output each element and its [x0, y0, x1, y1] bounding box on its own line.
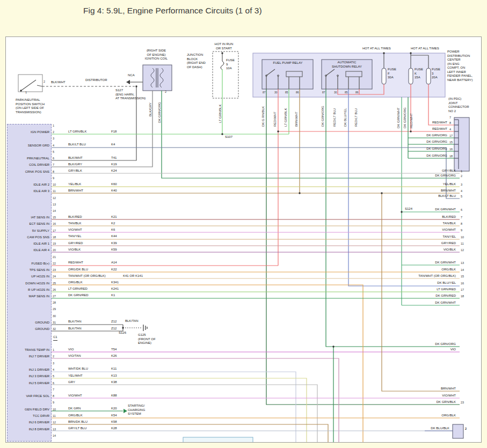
- wire-label: TAN/YEL: [68, 234, 82, 239]
- wire-label: LT GRN/RED: [68, 287, 88, 291]
- right-pin-number: 2: [461, 174, 462, 179]
- relay-pin-number: 86: [296, 91, 299, 94]
- right-pin-number: 10: [461, 236, 464, 240]
- right-pin-number: 4: [461, 189, 462, 194]
- wire-label: WHT/DK BLU: [68, 367, 88, 371]
- wire: [21, 80, 36, 91]
- pin-number: 9: [53, 401, 54, 405]
- pin-number: 24: [53, 275, 56, 279]
- right-pin-number: 13: [461, 261, 464, 266]
- circuit-code: F18: [111, 130, 117, 134]
- pin-number: 6: [53, 381, 54, 386]
- circuit-code: K38: [111, 380, 117, 385]
- page: { "title": "Fig 4: 5.9L, Engine Performa…: [0, 0, 487, 448]
- right-wire-label: DK GRN/ORG: [367, 140, 447, 144]
- circuit-code: K88: [111, 394, 117, 398]
- right-wire-label: BLK/LT BLU: [375, 194, 456, 199]
- pin-number: 5: [53, 374, 54, 379]
- hot-at-all-times-1: HOT AT ALL TIMES: [362, 47, 391, 51]
- pin-number: 8: [53, 170, 54, 174]
- pin-number: 13: [53, 203, 56, 207]
- right-pin-number: 16: [461, 282, 464, 286]
- right-wire-label: YEL/BLK: [375, 182, 456, 187]
- relay-pin-number: 30: [274, 91, 278, 94]
- circuit-name: SENSOR GRD: [7, 144, 49, 148]
- right-wire-label: DK GRN/WHT: [375, 301, 456, 305]
- wiring-diagram: BLK/GRYDK GRN/ORGLT GRN/BLKDK G RN/BLKRE…: [5, 36, 482, 443]
- pin-number: 17: [53, 229, 56, 233]
- circuit-name: IDLE AIR 1: [7, 242, 49, 246]
- splice-dot: [221, 52, 223, 54]
- ground-g125-label: G125 (FRONT OF ENGINE): [138, 333, 162, 346]
- circuit-name: INJ 3 DRIVER: [7, 374, 49, 379]
- right-pin-number: 11: [461, 242, 464, 246]
- pin-number: 4: [53, 368, 54, 372]
- wire: [52, 378, 307, 442]
- pin-number: 2: [53, 130, 54, 135]
- right-pin-number: 3: [461, 183, 462, 187]
- splice-dot: [277, 130, 279, 132]
- splice-dot: [299, 192, 300, 194]
- circuit-name: UP HO2S IN: [7, 275, 49, 279]
- circuit-code: A14: [111, 261, 117, 265]
- right-wire-label: BLK/RED: [375, 215, 456, 219]
- wire-label: YEL/WHT: [68, 374, 83, 378]
- circuit-code: K1: [111, 293, 115, 298]
- right-wire-label: DK GRN/ORG: [367, 147, 447, 151]
- ignition-coil-box: [143, 65, 172, 91]
- right-wire-label: BRN/WHT: [375, 387, 456, 391]
- right-pin-number: 23: [461, 401, 464, 405]
- circuit-name: IDLE AIR 2: [7, 183, 49, 187]
- right-pin-number: 15: [461, 275, 464, 279]
- circuit-name: IDLE AIR 4: [7, 248, 49, 253]
- circuit-code: K41 OR K141: [123, 274, 143, 278]
- wire-label: GRY/BLK: [68, 169, 82, 173]
- circuit-name: IGN POWER: [7, 130, 49, 135]
- circuit-code: K26: [111, 354, 117, 358]
- pin-number: 1: [53, 124, 54, 128]
- circuit-code: K59: [111, 248, 117, 252]
- splice-dot: [122, 327, 123, 328]
- circuit-name: GROUND: [7, 327, 49, 332]
- vertical-wire-label: BLK/GRY: [149, 102, 152, 116]
- wire-label: BRN/DK BLU: [68, 420, 88, 424]
- right-wire-label: DK GRN/ORG: [375, 342, 456, 347]
- wire-label: VIO: [68, 348, 74, 352]
- right-wire-label: DK GRN/ORG: [375, 174, 456, 178]
- right-wire-label: VIO/BLK: [375, 248, 456, 252]
- splice-s107-label: S107: [225, 135, 232, 139]
- pin-number: 30: [53, 314, 56, 319]
- right-pin-number: 14: [461, 268, 464, 273]
- pin-number: 10: [53, 408, 56, 412]
- relay-pin-number: 86: [355, 91, 359, 94]
- right-wire-label: TAN/BLK: [375, 222, 456, 226]
- splice-dot: [332, 346, 334, 347]
- right-wire-label: DK GRN/BLK: [375, 400, 456, 405]
- circuit-code: K22: [111, 268, 117, 272]
- circuit-code: T41: [111, 156, 117, 160]
- right-wire-label: TAN/YEL: [375, 235, 456, 239]
- wire-label: ORG/DK BLU: [68, 268, 88, 272]
- right-wire-label: ORG/BLK: [375, 268, 456, 272]
- wire-label: GRY/RED: [68, 241, 83, 246]
- vertical-wire-label: DK GRN/ORG: [158, 102, 161, 123]
- circuit-code: K40: [111, 189, 117, 193]
- vertical-wire-label: DK G RN/BLK: [261, 106, 265, 127]
- pin-number: 26: [53, 288, 56, 292]
- circuit-name: ECT SENS IN: [7, 222, 49, 226]
- wire-label: LT GRN/BLK: [68, 130, 86, 134]
- right-wire-label: RED/WHT: [367, 121, 447, 125]
- right-wire-label: ORG/BLK: [375, 414, 456, 418]
- circuit-name: TCC DRVR: [7, 414, 49, 418]
- vertical-wire-label: DK GRN/WHT: [397, 107, 400, 128]
- splice-dot: [383, 52, 384, 54]
- relay-pin-number: 30: [334, 91, 337, 94]
- right-wire-label: GRY/BLK: [375, 169, 456, 173]
- vertical-wire-label: RED/LT BLU: [354, 108, 358, 127]
- right-pin-number: 15: [449, 141, 453, 145]
- park-switch-pin-2: 2: [43, 80, 45, 84]
- cutoff-component-box: [183, 437, 253, 442]
- fuse-k-label: FUSE K 15A: [415, 68, 423, 80]
- pin-number: 25: [53, 282, 56, 286]
- splice-dot: [20, 90, 21, 91]
